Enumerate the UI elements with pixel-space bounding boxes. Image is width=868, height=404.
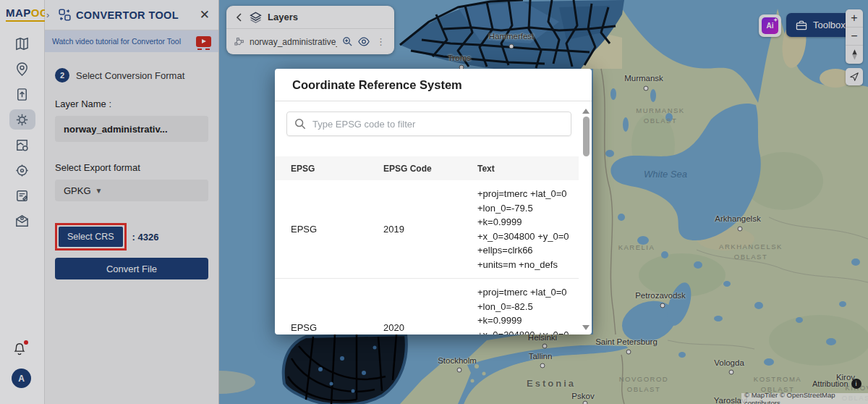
epsg-search-box [286, 111, 571, 136]
crs-table: EPSG EPSG Code Text EPSG 2019 +proj=tmer… [275, 156, 579, 334]
scroll-thumb[interactable] [583, 117, 590, 156]
scroll-down-icon[interactable] [582, 325, 590, 330]
cell-proj-text: +proj=tmerc +lat_0=0 +lon_0=-82.5 +k=0.9… [477, 285, 579, 334]
col-header-epsg: EPSG [291, 164, 383, 174]
col-header-epsg-code: EPSG Code [383, 164, 477, 174]
epsg-search-input[interactable] [312, 119, 563, 130]
cell-epsg-code: 2020 [383, 322, 477, 333]
col-header-text: Text [477, 164, 579, 174]
crs-modal: Coordinate Reference System EPSG EPSG Co… [275, 69, 592, 334]
search-icon [294, 118, 306, 130]
table-row[interactable]: EPSG 2020 +proj=tmerc +lat_0=0 +lon_0=-8… [275, 279, 579, 334]
cell-epsg: EPSG [291, 224, 383, 235]
cell-proj-text: +proj=tmerc +lat_0=0 +lon_0=-79.5 +k=0.9… [477, 187, 579, 272]
cell-epsg-code: 2019 [383, 224, 477, 235]
cell-epsg: EPSG [291, 322, 383, 333]
modal-scrollbar[interactable] [582, 107, 590, 332]
scroll-up-icon[interactable] [582, 109, 590, 114]
table-row[interactable]: EPSG 2019 +proj=tmerc +lat_0=0 +lon_0=-7… [275, 180, 579, 279]
modal-title: Coordinate Reference System [275, 69, 592, 101]
